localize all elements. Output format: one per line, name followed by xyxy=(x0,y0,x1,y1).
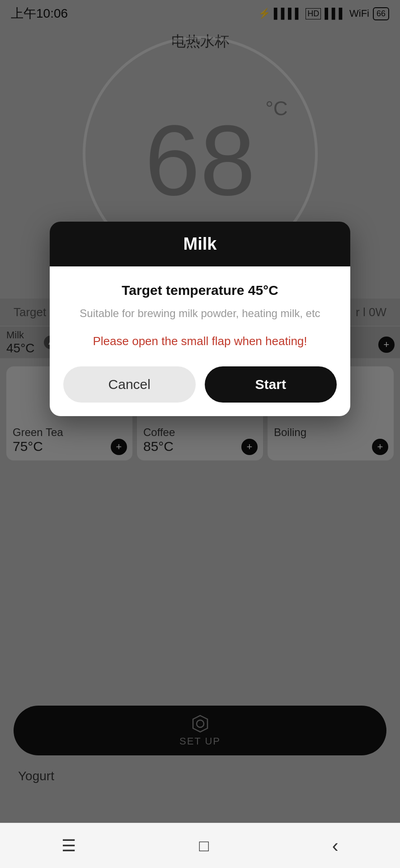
home-icon[interactable]: □ xyxy=(199,836,209,855)
back-icon[interactable]: ‹ xyxy=(332,835,339,857)
modal-overlay xyxy=(0,0,400,868)
modal-body: Target temperature 45°C Suitable for bre… xyxy=(50,266,350,416)
modal-buttons: Cancel Start xyxy=(63,366,337,403)
start-button[interactable]: Start xyxy=(205,366,337,403)
modal-subtitle: Suitable for brewing milk powder, heatin… xyxy=(63,305,337,322)
modal-temp-title: Target temperature 45°C xyxy=(63,283,337,298)
modal-header: Milk xyxy=(50,222,350,266)
menu-icon[interactable]: ☰ xyxy=(61,836,76,855)
modal-title: Milk xyxy=(184,234,217,253)
milk-modal: Milk Target temperature 45°C Suitable fo… xyxy=(50,222,350,416)
cancel-button[interactable]: Cancel xyxy=(63,366,196,403)
modal-warning: Please open the small flap when heating! xyxy=(63,332,337,350)
navigation-bar: ☰ □ ‹ xyxy=(0,823,400,868)
